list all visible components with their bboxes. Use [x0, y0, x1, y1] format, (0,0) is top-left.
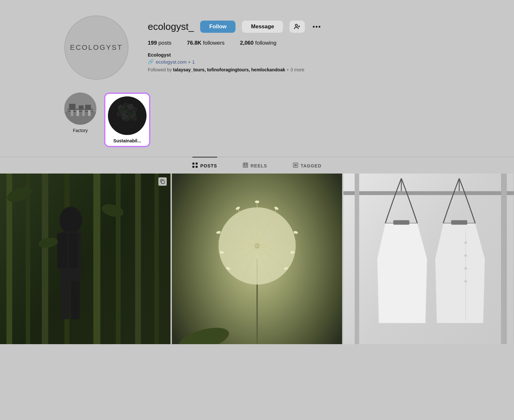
svg-point-99 — [465, 267, 467, 270]
svg-point-0 — [295, 24, 297, 27]
bio-link-text: ecologyst.com + 1 — [156, 59, 195, 65]
profile-info: ecologyst_ Follow Message ••• 199 posts … — [148, 15, 450, 75]
profile-top-row: ecologyst_ Follow Message ••• — [148, 21, 450, 33]
grid-item-3[interactable] — [343, 174, 514, 344]
bio-link[interactable]: 🔗 ecologyst.com + 1 — [148, 59, 450, 65]
svg-rect-88 — [343, 174, 514, 344]
svg-point-81 — [255, 201, 259, 203]
tag-icon — [293, 163, 298, 169]
svg-rect-89 — [343, 191, 514, 195]
more-options-button[interactable]: ••• — [311, 23, 323, 31]
svg-rect-30 — [196, 163, 198, 165]
svg-point-50 — [59, 207, 82, 234]
following-label: following — [255, 40, 276, 46]
svg-point-100 — [465, 280, 467, 282]
svg-point-98 — [465, 254, 467, 257]
svg-rect-32 — [196, 166, 198, 168]
multiple-images-icon — [158, 177, 167, 186]
svg-rect-12 — [82, 110, 85, 116]
stories-section: Factory S — [0, 80, 514, 154]
svg-point-25 — [132, 116, 137, 121]
svg-point-34 — [244, 164, 246, 166]
person-add-icon — [294, 23, 300, 30]
profile-section: ECOLOGYST ecologyst_ Follow Message ••• … — [0, 0, 514, 80]
stats-row: 199 posts 76.8K followers 2,060 followin… — [148, 40, 450, 46]
posts-label: posts — [158, 40, 172, 46]
svg-rect-47 — [116, 174, 120, 344]
svg-rect-54 — [60, 281, 69, 319]
grid-item-1[interactable] — [0, 174, 171, 344]
photo-grid — [0, 174, 514, 344]
svg-point-97 — [465, 241, 467, 244]
tab-reels-label: REELS — [251, 163, 267, 168]
link-icon: 🔗 — [148, 59, 154, 65]
svg-rect-41 — [0, 174, 171, 344]
followed-by-prefix: Followed by — [148, 67, 172, 72]
grid-image-3 — [343, 174, 514, 344]
svg-rect-52 — [57, 233, 67, 268]
reels-icon — [243, 163, 248, 169]
following-count: 2,060 — [240, 40, 254, 46]
svg-rect-48 — [135, 174, 141, 344]
followed-by: Followed by talaysay_tours, tofinoforagi… — [148, 67, 450, 72]
following-stat[interactable]: 2,060 following — [240, 40, 276, 46]
avatar: ECOLOGYST — [64, 15, 128, 80]
svg-rect-55 — [71, 281, 80, 319]
followers-count: 76.8K — [187, 40, 201, 46]
svg-rect-44 — [42, 174, 48, 344]
story-item-factory[interactable]: Factory — [64, 93, 96, 133]
svg-rect-13 — [88, 110, 91, 116]
followed-by-users: talaysay_tours, tofinoforagingtours, hem… — [173, 67, 285, 72]
message-button[interactable]: Message — [242, 21, 283, 33]
add-person-button[interactable] — [289, 21, 305, 33]
tab-posts-label: POSTS — [200, 163, 217, 168]
svg-point-18 — [132, 107, 137, 112]
followed-by-more: + 3 more — [287, 67, 305, 72]
svg-rect-46 — [93, 174, 100, 344]
svg-rect-33 — [243, 163, 248, 167]
svg-rect-53 — [68, 233, 78, 268]
follow-button[interactable]: Follow — [200, 21, 235, 33]
bio-name: Ecologyst — [148, 52, 450, 58]
svg-rect-92 — [394, 220, 410, 225]
story-circle-sustainability — [108, 96, 146, 135]
svg-rect-95 — [451, 220, 467, 225]
grid-image-1 — [0, 174, 171, 344]
tab-tagged-label: TAGGED — [301, 163, 322, 168]
svg-rect-43 — [26, 174, 30, 344]
posts-stat: 199 posts — [148, 40, 172, 46]
avatar-container: ECOLOGYST — [64, 15, 128, 80]
svg-rect-10 — [71, 110, 73, 116]
posts-count: 199 — [148, 40, 157, 46]
story-label-factory: Factory — [73, 128, 88, 133]
svg-rect-49 — [155, 174, 159, 344]
tabs-section: POSTS REELS TAGGED — [0, 157, 514, 174]
tab-posts[interactable]: POSTS — [192, 157, 217, 174]
factory-story-image — [64, 93, 96, 125]
grid-icon — [192, 163, 198, 169]
sustainability-story-image — [108, 96, 146, 135]
story-circle-factory — [64, 93, 96, 125]
grid-image-2 — [172, 174, 342, 344]
avatar-text: ECOLOGYST — [70, 43, 123, 52]
svg-rect-11 — [76, 110, 79, 116]
bio-section: Ecologyst 🔗 ecologyst.com + 1 Followed b… — [148, 52, 450, 72]
followers-label: followers — [203, 40, 225, 46]
tab-reels[interactable]: REELS — [243, 157, 267, 174]
tab-tagged[interactable]: TAGGED — [293, 157, 322, 174]
svg-rect-31 — [192, 166, 194, 168]
grid-item-2[interactable] — [172, 174, 342, 344]
svg-rect-8 — [64, 112, 96, 125]
svg-rect-102 — [355, 174, 359, 344]
story-item-sustainability[interactable]: Sustainabil... — [104, 93, 150, 147]
svg-point-22 — [117, 112, 121, 116]
svg-rect-29 — [192, 163, 194, 165]
username: ecologyst_ — [148, 21, 194, 32]
svg-rect-101 — [501, 174, 507, 344]
story-label-sustainability: Sustainabil... — [113, 138, 141, 143]
followers-stat[interactable]: 76.8K followers — [187, 40, 225, 46]
svg-rect-59 — [161, 181, 164, 183]
